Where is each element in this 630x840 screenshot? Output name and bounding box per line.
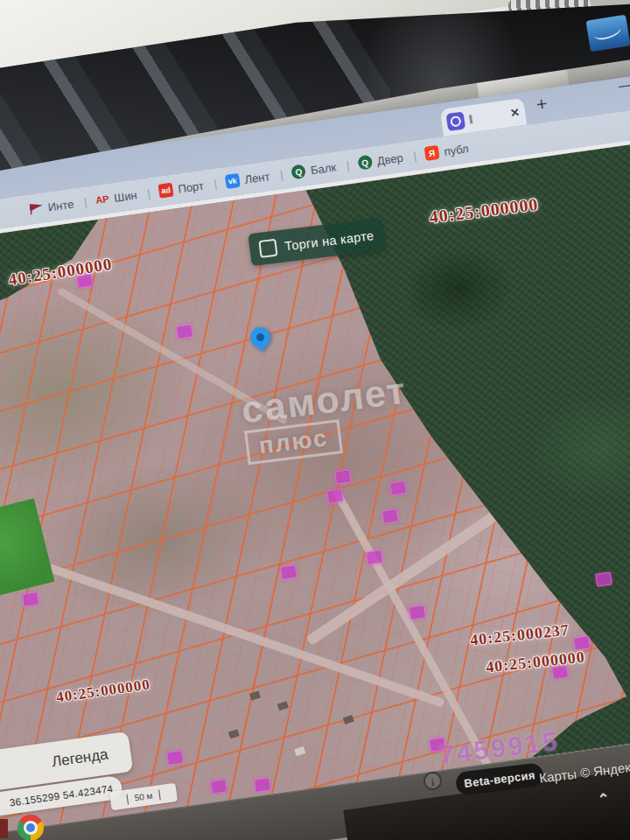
bookmark-label: Инте — [47, 197, 74, 214]
taskbar-icon-partial[interactable] — [0, 819, 8, 838]
parcel-marker[interactable] — [210, 779, 228, 794]
parcel-marker[interactable] — [382, 508, 399, 523]
bookmark-item-balk[interactable]: QБалк — [290, 159, 337, 179]
q-icon: Q — [290, 164, 306, 179]
bookmark-item-port[interactable]: adПорт — [158, 178, 205, 199]
parcel-marker[interactable] — [409, 605, 426, 620]
parcel-marker[interactable] — [166, 750, 184, 765]
parcel-marker[interactable] — [366, 550, 383, 564]
bookmark-item-inte[interactable]: Инте — [29, 197, 74, 216]
pin-body — [246, 323, 274, 351]
parcel-marker[interactable] — [254, 777, 271, 792]
bookmark-label: Лент — [244, 170, 271, 186]
window-minimize-button[interactable]: — — [618, 76, 630, 94]
bookmark-separator: | — [346, 158, 350, 172]
bookmark-separator: | — [146, 186, 150, 200]
scale-label: 50 м — [126, 789, 161, 804]
ap-icon: АР — [94, 192, 109, 207]
tab-close-icon[interactable]: ✕ — [509, 106, 521, 120]
new-tab-button[interactable]: + — [535, 93, 548, 115]
bookmark-label: Порт — [177, 178, 204, 195]
bookmark-separator: | — [412, 149, 416, 162]
yandex-icon: Я — [424, 145, 440, 161]
tray-chevron-icon[interactable]: ⌃ — [597, 789, 612, 809]
torgi-label: Торги на карте — [284, 228, 374, 253]
parcel-marker[interactable] — [595, 571, 612, 586]
q-icon: Q — [357, 155, 373, 171]
location-pin-icon[interactable] — [248, 326, 273, 355]
bookmark-item-shin[interactable]: АРШин — [94, 187, 137, 206]
bookmark-item-publ[interactable]: Япубл — [424, 141, 470, 161]
bookmark-label: Шин — [113, 188, 137, 205]
parcel-marker[interactable] — [176, 324, 193, 339]
bookmark-item-dver[interactable]: QДвер — [357, 150, 404, 171]
ad-icon: ad — [158, 183, 174, 199]
screen-photo: -НИБУДЬ ! ✕ + — Инте|АРШин|adПорт|vkЛент… — [0, 0, 630, 840]
parcel-marker[interactable] — [389, 480, 407, 495]
vk-icon: vk — [225, 173, 241, 189]
torgi-checkbox[interactable] — [258, 238, 277, 257]
tab-title — [469, 115, 472, 123]
bookmark-label: публ — [443, 142, 469, 158]
bookmark-separator: | — [83, 195, 88, 208]
parcel-marker[interactable] — [280, 564, 298, 579]
bookmark-label: Двер — [376, 150, 404, 167]
site-favicon-icon — [445, 111, 466, 131]
parcel-marker[interactable] — [334, 469, 352, 484]
parcel-marker[interactable] — [326, 488, 344, 503]
bookmark-label: Балк — [310, 160, 337, 177]
bookmark-item-lent[interactable]: vkЛент — [225, 169, 271, 189]
flag-icon — [29, 202, 44, 215]
parcel-marker[interactable] — [22, 592, 39, 606]
bookmark-separator: | — [279, 167, 284, 180]
energy-star-sticker — [585, 15, 630, 52]
chrome-taskbar-icon[interactable] — [18, 815, 44, 840]
bookmark-separator: | — [213, 177, 217, 190]
